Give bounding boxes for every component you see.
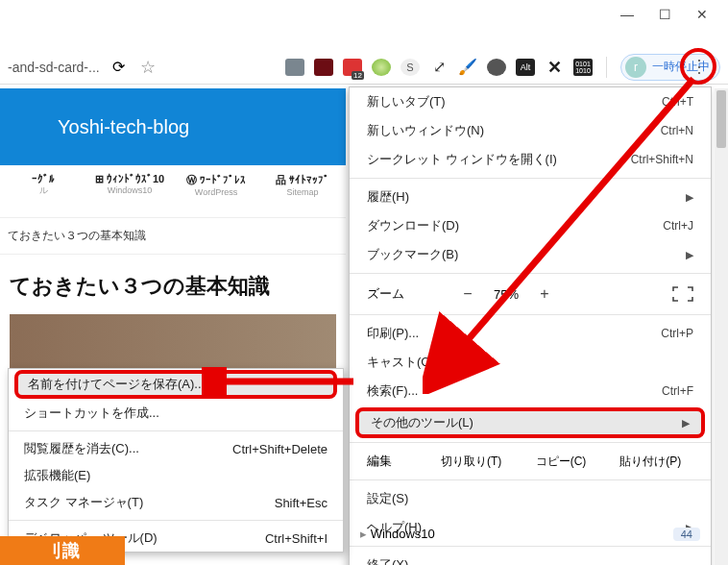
submenu-create-shortcut[interactable]: ショートカットを作成... bbox=[9, 400, 343, 427]
scrollbar-thumb[interactable] bbox=[716, 90, 726, 148]
chevron-right-icon: ▶ bbox=[686, 191, 693, 204]
extension-icon[interactable]: 🖌️ bbox=[458, 59, 477, 76]
menu-zoom: ズーム − 75% + bbox=[350, 278, 711, 310]
profile-avatar: r bbox=[625, 57, 646, 78]
fullscreen-icon[interactable] bbox=[672, 286, 693, 302]
zoom-in-button[interactable]: + bbox=[530, 285, 559, 303]
menu-find[interactable]: 検索(F)...Ctrl+F bbox=[350, 377, 711, 405]
kebab-highlight: ⋮ bbox=[680, 48, 716, 85]
extension-icon[interactable]: S bbox=[400, 59, 420, 76]
browser-toolbar: -and-sd-card-... ⟳ ☆ 12 S ⤢ 🖌️ Alt ✕ 010… bbox=[0, 50, 728, 85]
menu-edit: 編集 切り取り(T) コピー(C) 貼り付け(P) bbox=[350, 447, 711, 476]
zoom-out-button[interactable]: − bbox=[453, 285, 482, 303]
menu-downloads[interactable]: ダウンロード(D)Ctrl+J bbox=[350, 211, 711, 240]
zoom-value: 75% bbox=[482, 287, 530, 302]
maximize-button[interactable]: ☐ bbox=[658, 8, 671, 21]
bookmark-star-icon[interactable]: ☆ bbox=[138, 58, 158, 77]
nav-item[interactable]: Ⓦ ﾜｰﾄﾞﾌﾟﾚｽWordPress bbox=[173, 165, 259, 217]
scrollbar[interactable] bbox=[715, 88, 728, 565]
chrome-main-menu: 新しいタブ(T)Ctrl+T 新しいウィンドウ(N)Ctrl+N シークレット … bbox=[349, 86, 712, 565]
copy-button[interactable]: コピー(C) bbox=[518, 454, 603, 470]
cut-button[interactable]: 切り取り(T) bbox=[428, 454, 514, 470]
chevron-right-icon: ▶ bbox=[682, 417, 690, 430]
chevron-right-icon: ▸ bbox=[360, 527, 367, 541]
close-button[interactable]: ✕ bbox=[695, 8, 709, 21]
submenu-task-manager[interactable]: タスク マネージャ(T)Shift+Esc bbox=[9, 489, 343, 516]
count-badge: 44 bbox=[673, 528, 700, 541]
extension-icon[interactable]: 12 bbox=[343, 59, 362, 76]
extension-icon[interactable]: Alt bbox=[516, 59, 535, 76]
breadcrumb: ておきたい３つの基本知識 bbox=[0, 218, 346, 255]
menu-exit[interactable]: 終了(X) bbox=[350, 551, 711, 565]
submenu-extensions[interactable]: 拡張機能(E) bbox=[9, 462, 343, 489]
extension-icon[interactable] bbox=[285, 59, 304, 76]
address-fragment: -and-sd-card-... bbox=[8, 60, 100, 75]
menu-settings[interactable]: 設定(S) bbox=[350, 484, 711, 513]
more-tools-submenu: 名前を付けてページを保存(A)... ショートカットを作成... 閲覧履歴を消去… bbox=[8, 368, 344, 553]
site-nav: ｰｸﾞﾙル ⊞ ｳｨﾝﾄﾞｳｽﾞ10Windows10 Ⓦ ﾜｰﾄﾞﾌﾟﾚｽWo… bbox=[0, 165, 346, 218]
reload-icon[interactable]: ⟳ bbox=[109, 58, 129, 77]
menu-kebab-icon[interactable]: ⋮ bbox=[691, 56, 707, 77]
menu-new-window[interactable]: 新しいウィンドウ(N)Ctrl+N bbox=[350, 116, 711, 145]
nav-item[interactable]: ⊞ ｳｨﾝﾄﾞｳｽﾞ10Windows10 bbox=[86, 165, 173, 217]
menu-print[interactable]: 印刷(P)...Ctrl+P bbox=[350, 319, 711, 348]
menu-history[interactable]: 履歴(H)▶ bbox=[350, 183, 711, 211]
menu-incognito[interactable]: シークレット ウィンドウを開く(I)Ctrl+Shift+N bbox=[350, 145, 711, 174]
extension-icon[interactable] bbox=[314, 59, 333, 76]
submenu-clear-history[interactable]: 閲覧履歴を消去(C)...Ctrl+Shift+Delete bbox=[9, 435, 343, 462]
extension-icon[interactable]: 01011010 bbox=[573, 59, 593, 76]
extension-icon[interactable]: ✕ bbox=[545, 59, 564, 76]
nav-item[interactable]: ｰｸﾞﾙル bbox=[0, 165, 86, 217]
article-title: ておきたい３つの基本知識 bbox=[10, 272, 336, 301]
menu-cast[interactable]: キャスト(C)... bbox=[350, 348, 711, 377]
paste-button[interactable]: 貼り付け(P) bbox=[608, 454, 693, 470]
chevron-right-icon: ▶ bbox=[686, 249, 693, 261]
site-hero: Yoshi-tech-blog bbox=[0, 88, 346, 165]
category-row[interactable]: ▸ Windows10 44 bbox=[349, 519, 712, 549]
extension-icon[interactable]: ⤢ bbox=[429, 59, 449, 76]
menu-more-tools[interactable]: その他のツール(L)▶ bbox=[355, 407, 705, 438]
extension-icon[interactable] bbox=[487, 59, 506, 76]
bottom-strip: 刂識 bbox=[0, 536, 125, 565]
page-content: Yoshi-tech-blog ｰｸﾞﾙル ⊞ ｳｨﾝﾄﾞｳｽﾞ10Window… bbox=[0, 88, 346, 391]
menu-new-tab[interactable]: 新しいタブ(T)Ctrl+T bbox=[350, 87, 711, 116]
submenu-save-as[interactable]: 名前を付けてページを保存(A)... bbox=[14, 370, 337, 399]
nav-item[interactable]: 品 ｻｲﾄﾏｯﾌﾟSitemap bbox=[259, 165, 346, 217]
extension-icon[interactable] bbox=[372, 59, 391, 76]
minimize-button[interactable]: — bbox=[620, 8, 634, 21]
menu-bookmarks[interactable]: ブックマーク(B)▶ bbox=[350, 240, 711, 269]
